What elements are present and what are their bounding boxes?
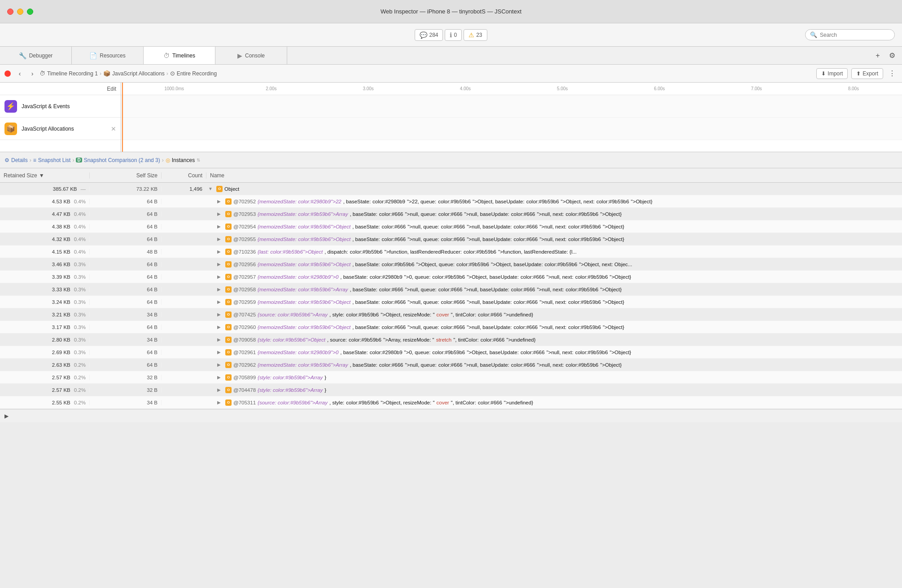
maximize-button[interactable]	[27, 9, 33, 15]
forward-button[interactable]: ›	[27, 68, 38, 79]
table-row[interactable]: 2.57 KB 0.2% 32 B ▶ O @704478 {style: co…	[0, 384, 902, 396]
table-row[interactable]: 3.46 KB 0.3% 64 B ▶ O @702956 {memoizedS…	[0, 258, 902, 271]
cell-retained: 4.53 KB 0.4%	[0, 199, 90, 204]
table-row[interactable]: 4.38 KB 0.4% 64 B ▶ O @702954 {memoizedS…	[0, 220, 902, 233]
breadcrumb-timeline-recording[interactable]: ⏱ Timeline Recording 1	[39, 70, 98, 77]
table-row[interactable]: 3.39 KB 0.3% 64 B ▶ O @702957 {memoizedS…	[0, 271, 902, 283]
table-row[interactable]: 4.47 KB 0.4% 64 B ▶ O @702953 {memoizedS…	[0, 208, 902, 220]
table-row[interactable]: 4.32 KB 0.4% 64 B ▶ O @702955 {memoizedS…	[0, 233, 902, 246]
object-icon: O	[225, 261, 232, 268]
timeline-track-js-alloc	[121, 118, 902, 140]
close-button[interactable]	[7, 9, 13, 15]
expand-arrow[interactable]: ▶	[217, 387, 223, 392]
section-nav-snapshot-comparison[interactable]: D Snapshot Comparison (2 and 3)	[76, 157, 160, 163]
retained-value: 2.63 KB	[52, 362, 70, 368]
breadcrumb-js-allocations[interactable]: 📦 JavaScript Allocations	[103, 70, 165, 77]
section-nav-instances[interactable]: ◎ Instances ⇅	[166, 157, 200, 163]
expand-arrow[interactable]: ▶	[217, 337, 223, 342]
expand-arrow[interactable]: ▶	[217, 299, 223, 304]
timelines-icon: ⏱	[163, 52, 170, 59]
expand-arrow[interactable]: ▶	[217, 400, 223, 405]
export-button[interactable]: ⬆ Export	[851, 68, 883, 79]
tab-resources[interactable]: 📄 Resources	[72, 47, 144, 64]
expand-arrow[interactable]: ▶	[217, 211, 223, 216]
section-nav-details[interactable]: ⚙ Details	[4, 157, 28, 163]
table-row[interactable]: 3.17 KB 0.3% 64 B ▶ O @702960 {memoizedS…	[0, 321, 902, 333]
expand-arrow[interactable]: ▶	[217, 325, 223, 329]
record-button[interactable]	[4, 70, 11, 77]
more-options-button[interactable]: ⋮	[887, 68, 898, 79]
table-row[interactable]: 2.57 KB 0.2% 32 B ▶ O @705899 {style: co…	[0, 371, 902, 384]
expand-arrow[interactable]: ▶	[217, 375, 223, 380]
object-props: {memoizedState: color:#9b59b6">Array	[258, 362, 348, 368]
table-row[interactable]: 2.63 KB 0.2% 64 B ▶ O @702962 {memoizedS…	[0, 359, 902, 371]
timeline-row-js-alloc[interactable]: 📦 JavaScript Allocations ✕	[0, 118, 121, 140]
tab-bar: 🔧 Debugger 📄 Resources ⏱ Timelines ▶ Con…	[0, 47, 902, 65]
expand-arrow[interactable]: ▼	[208, 186, 215, 191]
expand-arrow[interactable]: ▶	[217, 312, 223, 317]
expand-arrow[interactable]: ▶	[217, 249, 223, 254]
tab-timelines[interactable]: ⏱ Timelines	[144, 47, 215, 64]
search-box[interactable]: 🔍	[805, 29, 895, 40]
header-self-size[interactable]: Self Size	[90, 172, 162, 179]
self-percent: 0.4%	[74, 249, 86, 255]
table-row[interactable]: 2.69 KB 0.3% 64 B ▶ O @702961 {memoizedS…	[0, 346, 902, 359]
entire-recording-icon: ⊙	[170, 70, 175, 77]
header-retained-size[interactable]: Retained Size ▼	[0, 172, 90, 179]
import-label: Import	[828, 70, 843, 77]
cell-retained: 2.57 KB 0.2%	[0, 387, 90, 393]
add-tab-button[interactable]: +	[871, 49, 884, 62]
minimize-button[interactable]	[17, 9, 23, 15]
message-badge[interactable]: 💬 284	[415, 29, 443, 41]
expand-arrow[interactable]: ▶	[217, 362, 223, 367]
search-input[interactable]	[820, 32, 890, 38]
details-label: Details	[11, 157, 28, 163]
table-row[interactable]: 3.21 KB 0.3% 34 B ▶ O @707425 {source: c…	[0, 308, 902, 321]
import-button[interactable]: ⬇ Import	[816, 68, 848, 79]
table-row[interactable]: 2.80 KB 0.3% 34 B ▶ O @709058 {style: co…	[0, 333, 902, 346]
object-icon: O	[225, 387, 232, 393]
count-label: Count	[188, 172, 202, 179]
tab-console[interactable]: ▶ Console	[215, 47, 287, 64]
section-nav-snapshot-list[interactable]: ≡ Snapshot List	[33, 157, 71, 163]
table-row[interactable]: 385.67 KB — 73.22 KB 1,496 ▼ O Object	[0, 183, 902, 195]
table-row[interactable]: 3.24 KB 0.3% 64 B ▶ O @702959 {memoizedS…	[0, 296, 902, 308]
warning-badge[interactable]: ⚠ 23	[464, 29, 487, 41]
retained-value: 2.69 KB	[52, 350, 70, 355]
object-id: @705899	[233, 375, 256, 380]
expand-arrow[interactable]: ▶	[217, 350, 223, 355]
expand-arrow[interactable]: ▶	[217, 287, 223, 292]
section-nav-sep-1: ›	[30, 157, 31, 163]
header-name[interactable]: Name	[206, 172, 902, 179]
back-button[interactable]: ‹	[14, 68, 25, 79]
expand-arrow[interactable]: ▶	[217, 274, 223, 279]
expand-arrow[interactable]: ▶	[217, 199, 223, 204]
tab-debugger[interactable]: 🔧 Debugger	[0, 47, 72, 64]
timeline-sidebar: Edit ⚡ JavaScript & Events 📦 JavaScript …	[0, 83, 121, 152]
expand-arrow[interactable]: ▶	[217, 262, 223, 267]
expand-arrow[interactable]: ▶	[217, 237, 223, 241]
info-badge[interactable]: ℹ 0	[445, 29, 462, 41]
info-icon: ℹ	[450, 31, 452, 39]
snapshot-comparison-icon: D	[76, 158, 82, 162]
settings-button[interactable]: ⚙	[886, 49, 898, 62]
message-count: 284	[429, 32, 438, 38]
expand-arrow[interactable]: ▶	[217, 224, 223, 229]
table-row[interactable]: 4.15 KB 0.4% 48 B ▶ O @710236 {last: col…	[0, 246, 902, 258]
cell-name: ▶ O @707425 {source: color:#9b59b6">Arra…	[206, 312, 902, 318]
object-id: @702952	[233, 199, 256, 204]
table-row[interactable]: 2.55 KB 0.2% 34 B ▶ O @705311 {source: c…	[0, 396, 902, 409]
js-alloc-close-icon[interactable]: ✕	[111, 125, 116, 132]
retained-value: 385.67 KB	[53, 186, 77, 192]
timeline-row-js-events[interactable]: ⚡ JavaScript & Events	[0, 95, 121, 118]
cell-retained: 3.33 KB 0.3%	[0, 287, 90, 292]
table-row[interactable]: 3.33 KB 0.3% 64 B ▶ O @702958 {memoizedS…	[0, 283, 902, 296]
export-icon: ⬆	[856, 70, 861, 77]
object-props: {memoizedState: color:#9b59b6">Object	[258, 262, 350, 267]
cell-self: 64 B	[90, 287, 162, 292]
info-count: 0	[454, 32, 457, 38]
header-count[interactable]: Count	[162, 172, 206, 179]
table-row[interactable]: 4.53 KB 0.4% 64 B ▶ O @702952 {memoizedS…	[0, 195, 902, 208]
breadcrumb-entire-recording[interactable]: ⊙ Entire Recording	[170, 70, 217, 77]
retained-value: 4.47 KB	[52, 211, 70, 217]
